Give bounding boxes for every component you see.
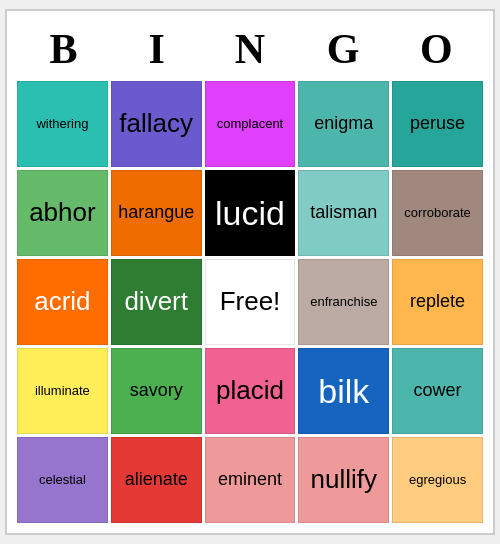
cell-label: enigma — [314, 113, 373, 135]
header-letter: O — [390, 21, 483, 77]
header-letter: G — [297, 21, 390, 77]
bingo-cell: eminent — [205, 437, 296, 523]
cell-label: divert — [124, 286, 188, 317]
bingo-cell: fallacy — [111, 81, 202, 167]
bingo-cell: replete — [392, 259, 483, 345]
cell-label: eminent — [218, 469, 282, 491]
bingo-cell: celestial — [17, 437, 108, 523]
cell-label: lucid — [215, 193, 285, 234]
bingo-cell: placid — [205, 348, 296, 434]
bingo-cell: Free! — [205, 259, 296, 345]
cell-label: complacent — [217, 116, 283, 132]
cell-label: nullify — [311, 464, 377, 495]
header-letter: I — [110, 21, 203, 77]
cell-label: abhor — [29, 197, 96, 228]
cell-label: cower — [414, 380, 462, 402]
bingo-cell: peruse — [392, 81, 483, 167]
bingo-cell: acrid — [17, 259, 108, 345]
bingo-grid: witheringfallacycomplacentenigmaperuseab… — [17, 81, 483, 523]
bingo-cell: corroborate — [392, 170, 483, 256]
cell-label: egregious — [409, 472, 466, 488]
bingo-cell: savory — [111, 348, 202, 434]
cell-label: placid — [216, 375, 284, 406]
header-letter: B — [17, 21, 110, 77]
bingo-cell: harangue — [111, 170, 202, 256]
cell-label: replete — [410, 291, 465, 313]
bingo-cell: lucid — [205, 170, 296, 256]
cell-label: harangue — [118, 202, 194, 224]
bingo-cell: alienate — [111, 437, 202, 523]
cell-label: Free! — [220, 286, 281, 317]
cell-label: corroborate — [404, 205, 470, 221]
cell-label: enfranchise — [310, 294, 377, 310]
bingo-cell: divert — [111, 259, 202, 345]
bingo-cell: talisman — [298, 170, 389, 256]
bingo-cell: nullify — [298, 437, 389, 523]
bingo-cell: withering — [17, 81, 108, 167]
bingo-cell: enfranchise — [298, 259, 389, 345]
header-letter: N — [203, 21, 296, 77]
cell-label: alienate — [125, 469, 188, 491]
bingo-cell: egregious — [392, 437, 483, 523]
bingo-cell: cower — [392, 348, 483, 434]
bingo-cell: enigma — [298, 81, 389, 167]
bingo-cell: bilk — [298, 348, 389, 434]
cell-label: celestial — [39, 472, 86, 488]
bingo-card: BINGO witheringfallacycomplacentenigmape… — [5, 9, 495, 535]
cell-label: peruse — [410, 113, 465, 135]
cell-label: withering — [36, 116, 88, 132]
cell-label: savory — [130, 380, 183, 402]
cell-label: acrid — [34, 286, 90, 317]
cell-label: talisman — [310, 202, 377, 224]
cell-label: illuminate — [35, 383, 90, 399]
cell-label: bilk — [318, 371, 369, 412]
bingo-cell: abhor — [17, 170, 108, 256]
bingo-header: BINGO — [17, 21, 483, 77]
bingo-cell: illuminate — [17, 348, 108, 434]
bingo-cell: complacent — [205, 81, 296, 167]
cell-label: fallacy — [119, 108, 193, 139]
